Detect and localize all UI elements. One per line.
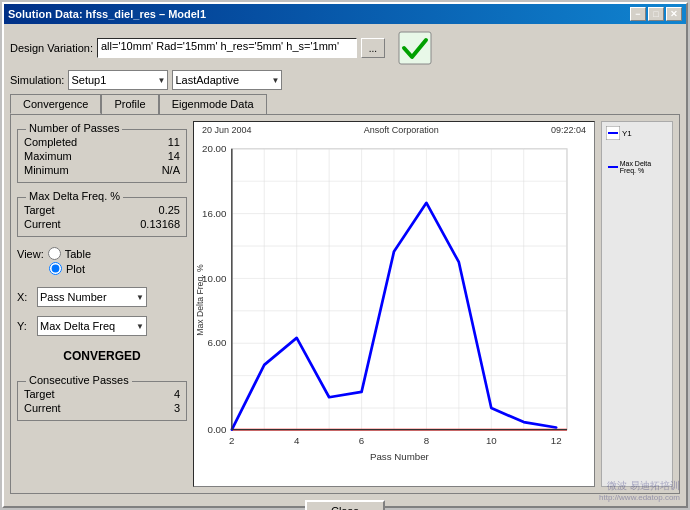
y-label: Y: <box>17 320 33 332</box>
design-variation-field[interactable]: all='10mm' Rad='15mm' h_res='5mm' h_s='1… <box>97 38 357 58</box>
cons-current-row: Current 3 <box>24 402 180 414</box>
tab-eigenmode[interactable]: Eigenmode Data <box>159 94 267 114</box>
number-of-passes-title: Number of Passes <box>26 122 122 134</box>
main-window: Solution Data: hfss_diel_res – Model1 − … <box>2 2 688 508</box>
right-legend: Y1 Max Delta Freq. % <box>601 121 673 487</box>
svg-text:20.00: 20.00 <box>202 143 227 154</box>
cons-target-row: Target 4 <box>24 388 180 400</box>
close-window-button[interactable]: ✕ <box>666 7 682 21</box>
svg-text:4: 4 <box>294 435 300 446</box>
table-radio[interactable] <box>48 247 61 260</box>
maximize-button[interactable]: □ <box>648 7 664 21</box>
chart-date: 20 Jun 2004 <box>202 125 252 135</box>
minimum-row: Minimum N/A <box>24 164 180 176</box>
setup-dropdown[interactable]: Setup1 ▼ <box>68 70 168 90</box>
max-delta-title: Max Delta Freq. % <box>26 190 123 202</box>
maximum-row: Maximum 14 <box>24 150 180 162</box>
svg-text:10: 10 <box>486 435 497 446</box>
y-axis-arrow: ▼ <box>136 322 144 331</box>
minimize-button[interactable]: − <box>630 7 646 21</box>
x-axis-dropdown[interactable]: Pass Number ▼ <box>37 287 147 307</box>
chart-header: 20 Jun 2004 Ansoft Corporation 09:22:04 <box>194 122 594 138</box>
current-label: Current <box>24 218 61 230</box>
left-panel: Number of Passes Completed 11 Maximum 14… <box>17 121 187 487</box>
x-axis-arrow: ▼ <box>136 293 144 302</box>
consecutive-passes-title: Consecutive Passes <box>26 374 132 386</box>
svg-text:6.00: 6.00 <box>208 337 228 348</box>
adaptive-dropdown[interactable]: LastAdaptive ▼ <box>172 70 282 90</box>
svg-rect-1 <box>232 149 567 430</box>
view-plot-row: Plot <box>49 262 187 275</box>
legend-y1-label: Y1 <box>622 129 632 138</box>
svg-text:10.00: 10.00 <box>202 273 227 284</box>
current-row: Current 0.13168 <box>24 218 180 230</box>
legend-series-label: Max Delta Freq. % <box>620 160 668 174</box>
adaptive-dropdown-arrow: ▼ <box>272 76 280 85</box>
completed-row: Completed 11 <box>24 136 180 148</box>
plot-label: Plot <box>66 263 85 275</box>
y-axis-row: Y: Max Delta Freq ▼ <box>17 316 187 336</box>
number-of-passes-group: Number of Passes Completed 11 Maximum 14… <box>17 129 187 183</box>
table-label: Table <box>65 248 91 260</box>
svg-text:12: 12 <box>551 435 562 446</box>
simulation-label: Simulation: <box>10 74 64 86</box>
x-label: X: <box>17 291 33 303</box>
chart-time: 09:22:04 <box>551 125 586 135</box>
maximum-label: Maximum <box>24 150 72 162</box>
completed-value: 11 <box>168 136 180 148</box>
tab-convergence[interactable]: Convergence <box>10 94 101 114</box>
cons-target-label: Target <box>24 388 55 400</box>
cons-current-value: 3 <box>174 402 180 414</box>
view-table-row: View: Table <box>17 247 187 260</box>
target-value: 0.25 <box>159 204 180 216</box>
x-axis-row: X: Pass Number ▼ <box>17 287 187 307</box>
tab-profile[interactable]: Profile <box>101 94 158 114</box>
main-area: Number of Passes Completed 11 Maximum 14… <box>10 114 680 494</box>
svg-text:Pass Number: Pass Number <box>370 451 430 462</box>
legend-series-icon <box>606 160 618 174</box>
target-label: Target <box>24 204 55 216</box>
simulation-row: Simulation: Setup1 ▼ LastAdaptive ▼ <box>10 70 680 90</box>
close-button-row: Close <box>10 500 680 510</box>
minimum-label: Minimum <box>24 164 69 176</box>
title-bar: Solution Data: hfss_diel_res – Model1 − … <box>4 4 686 24</box>
cons-current-label: Current <box>24 402 61 414</box>
legend-icon-y1 <box>606 126 620 140</box>
design-variation-row: Design Variation: all='10mm' Rad='15mm' … <box>10 30 680 66</box>
minimum-value: N/A <box>162 164 180 176</box>
current-value: 0.13168 <box>140 218 180 230</box>
chart-company: Ansoft Corporation <box>364 125 439 135</box>
chart-svg: 20.00 16.00 10.00 6.00 0.00 2 4 6 8 10 1… <box>194 138 594 473</box>
view-label: View: <box>17 248 44 260</box>
converged-text: CONVERGED <box>17 349 187 363</box>
svg-text:2: 2 <box>229 435 234 446</box>
cons-target-value: 4 <box>174 388 180 400</box>
svg-text:6: 6 <box>359 435 364 446</box>
consecutive-passes-group: Consecutive Passes Target 4 Current 3 <box>17 381 187 421</box>
maximum-value: 14 <box>168 150 180 162</box>
svg-text:Max Delta Freq. %: Max Delta Freq. % <box>195 264 205 336</box>
design-variation-label: Design Variation: <box>10 42 93 54</box>
max-delta-group: Max Delta Freq. % Target 0.25 Current 0.… <box>17 197 187 237</box>
y-axis-dropdown[interactable]: Max Delta Freq ▼ <box>37 316 147 336</box>
svg-text:8: 8 <box>424 435 429 446</box>
title-bar-buttons: − □ ✕ <box>630 7 682 21</box>
plot-radio[interactable] <box>49 262 62 275</box>
browse-button[interactable]: ... <box>361 38 385 58</box>
window-content: Design Variation: all='10mm' Rad='15mm' … <box>4 24 686 510</box>
close-button[interactable]: Close <box>305 500 385 510</box>
chart-area: 20 Jun 2004 Ansoft Corporation 09:22:04 <box>193 121 595 487</box>
checkmark-icon <box>397 30 433 66</box>
tabs-row: Convergence Profile Eigenmode Data <box>10 94 680 114</box>
svg-text:16.00: 16.00 <box>202 208 227 219</box>
svg-text:0.00: 0.00 <box>208 424 228 435</box>
view-section: View: Table Plot <box>17 247 187 277</box>
window-title: Solution Data: hfss_diel_res – Model1 <box>8 8 206 20</box>
target-row: Target 0.25 <box>24 204 180 216</box>
setup-dropdown-arrow: ▼ <box>158 76 166 85</box>
completed-label: Completed <box>24 136 77 148</box>
